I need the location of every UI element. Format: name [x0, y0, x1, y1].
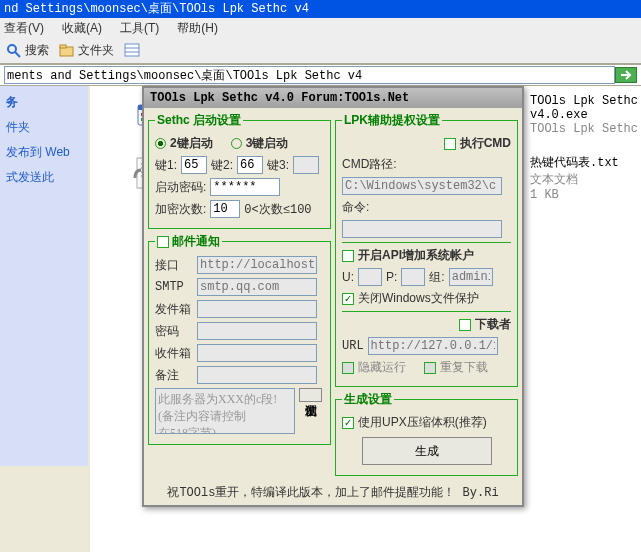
menu-tools[interactable]: 工具(T)	[120, 20, 159, 37]
address-input[interactable]	[4, 66, 615, 84]
file-size: 1 KB	[530, 188, 640, 202]
svg-rect-3	[60, 45, 66, 48]
task-new-folder[interactable]: 件夹	[6, 119, 82, 136]
file-label-txt[interactable]: 热键代码表.txt 文本文档 1 KB	[530, 154, 640, 202]
sethc-group: Sethc 启动设置 2键启动 3键启动 键1: 键2: 键3:	[148, 112, 331, 229]
menubar: 查看(V) 收藏(A) 工具(T) 帮助(H)	[0, 18, 641, 38]
mailpw-label: 密码	[155, 323, 193, 340]
iface-input	[197, 256, 317, 274]
cmdpath-input	[342, 177, 502, 195]
enccount-input[interactable]	[210, 200, 240, 218]
enccount-range: 0<次数≤100	[244, 201, 311, 218]
startpw-input[interactable]	[210, 178, 280, 196]
toolbar-search[interactable]: 搜索	[6, 42, 49, 59]
svg-line-1	[15, 52, 20, 57]
smtp-label: SMTP	[155, 280, 193, 294]
redownload-checkbox	[424, 362, 436, 374]
dialog-titlebar[interactable]: TOOls Lpk Sethc v4.0 Forum:TOOls.Net	[144, 88, 522, 108]
api-label: 开启API增加系统帐户	[358, 247, 474, 264]
lpk-legend: LPK辅助提权设置	[342, 112, 442, 129]
group-label: 组:	[429, 269, 444, 286]
send-test-button[interactable]: 发信测试	[299, 388, 322, 402]
smtp-input	[197, 278, 317, 296]
from-input	[197, 300, 317, 318]
mail-legend: 邮件通知	[172, 233, 220, 250]
key2-label: 键2:	[211, 157, 233, 174]
task-publish-web[interactable]: 发布到 Web	[6, 144, 82, 161]
file-label-exe[interactable]: TOOls Lpk Sethc v4.0.exe TOOls Lpk Sethc	[530, 94, 640, 136]
startpw-label: 启动密码:	[155, 179, 206, 196]
mailpw-input	[197, 322, 317, 340]
generate-group: 生成设置 使用UPX压缩体积(推荐) 生成	[335, 391, 518, 476]
protect-checkbox[interactable]	[342, 293, 354, 305]
window-titlebar: nd Settings\moonsec\桌面\TOOls Lpk Sethc v…	[0, 0, 641, 18]
dialog-footer: 祝TOOls重开，特编译此版本，加上了邮件提醒功能！ By.Ri	[144, 480, 522, 505]
user-input	[358, 268, 382, 286]
from-label: 发件箱	[155, 301, 193, 318]
toolbar-views[interactable]	[124, 43, 142, 59]
svg-rect-4	[125, 44, 139, 56]
folder-icon	[59, 43, 75, 59]
toolbar-folders-label: 文件夹	[78, 42, 114, 59]
menu-favorites[interactable]: 收藏(A)	[62, 20, 102, 37]
toolbar-folders[interactable]: 文件夹	[59, 42, 114, 59]
svg-point-0	[8, 45, 16, 53]
tasks-heading: 务	[6, 94, 82, 111]
to-label: 收件箱	[155, 345, 193, 362]
cmdpath-label: CMD路径:	[342, 156, 397, 173]
cmd-label: 命令:	[342, 199, 369, 216]
tasks-panel: 务 件夹 发布到 Web 式发送此	[0, 86, 88, 466]
address-bar	[0, 64, 641, 86]
mail-enable-checkbox[interactable]	[157, 236, 169, 248]
file-name: TOOls Lpk Sethc v4.0.exe	[530, 94, 640, 122]
api-checkbox[interactable]	[342, 250, 354, 262]
tool-dialog: TOOls Lpk Sethc v4.0 Forum:TOOls.Net Set…	[142, 86, 524, 507]
build-button[interactable]: 生成	[362, 437, 492, 465]
key3-label: 键3:	[267, 157, 289, 174]
toolbar-search-label: 搜索	[25, 42, 49, 59]
redownload-label: 重复下载	[440, 359, 488, 376]
key3-input	[293, 156, 319, 174]
runcmd-checkbox[interactable]	[444, 138, 456, 150]
radio-2key[interactable]	[155, 138, 166, 149]
upx-checkbox[interactable]	[342, 417, 354, 429]
arrow-right-icon	[620, 70, 632, 80]
downloader-checkbox[interactable]	[459, 319, 471, 331]
file-name: 热键代码表.txt	[530, 154, 640, 171]
task-share[interactable]: 式发送此	[6, 169, 82, 186]
menu-help[interactable]: 帮助(H)	[177, 20, 218, 37]
iface-label: 接口	[155, 257, 193, 274]
lpk-group: LPK辅助提权设置 执行CMD CMD路径: 命令: 开启API增加系统帐户 U…	[335, 112, 518, 387]
radio-3key[interactable]	[231, 138, 242, 149]
downloader-label: 下载者	[475, 316, 511, 333]
pass-label: P:	[386, 270, 397, 284]
url-input	[368, 337, 498, 355]
cmd-input	[342, 220, 502, 238]
key1-label: 键1:	[155, 157, 177, 174]
enccount-label: 加密次数:	[155, 201, 206, 218]
radio-3key-label: 3键启动	[246, 135, 289, 152]
file-sub: 文本文档	[530, 171, 640, 188]
radio-2key-label: 2键启动	[170, 135, 213, 152]
user-label: U:	[342, 270, 354, 284]
runcmd-label: 执行CMD	[460, 135, 511, 152]
protect-label: 关闭Windows文件保护	[358, 290, 479, 307]
views-icon	[124, 43, 142, 59]
file-sub: TOOls Lpk Sethc	[530, 122, 640, 136]
menu-view[interactable]: 查看(V)	[4, 20, 44, 37]
to-input	[197, 344, 317, 362]
hide-checkbox	[342, 362, 354, 374]
generate-legend: 生成设置	[342, 391, 394, 408]
mail-group: 邮件通知 接口 SMTP 发件箱 密码 收件箱	[148, 233, 331, 445]
key2-input[interactable]	[237, 156, 263, 174]
toolbar: 搜索 文件夹	[0, 38, 641, 64]
pass-input	[401, 268, 425, 286]
url-label: URL	[342, 339, 364, 353]
sethc-legend: Sethc 启动设置	[155, 112, 243, 129]
key1-input[interactable]	[181, 156, 207, 174]
note-label: 备注	[155, 367, 193, 384]
group-input	[449, 268, 493, 286]
note-input	[197, 366, 317, 384]
search-icon	[6, 43, 22, 59]
go-button[interactable]	[615, 67, 637, 83]
